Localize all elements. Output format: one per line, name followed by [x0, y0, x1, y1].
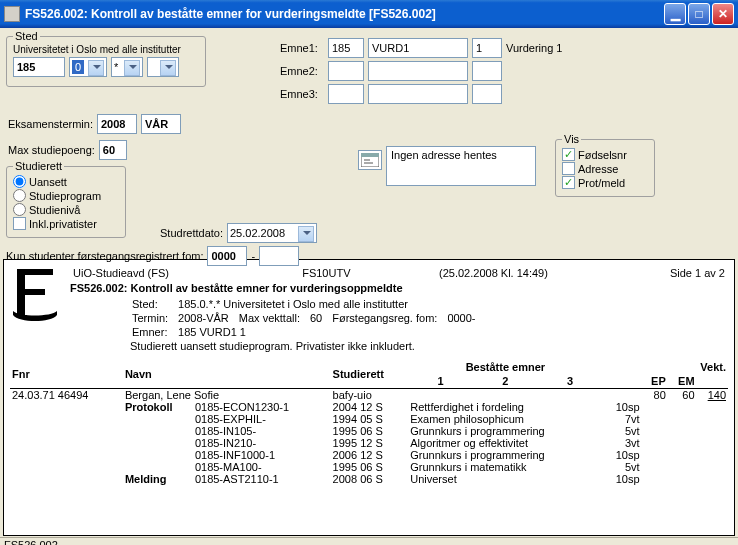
- sted-sub3-select[interactable]: [147, 57, 179, 77]
- sted-sub2-select[interactable]: *: [111, 57, 143, 77]
- maxpoeng-label: Max studiepoeng:: [8, 144, 95, 156]
- status-bar: FS526.002: [0, 537, 738, 545]
- col-bestatte: Beståtte emner: [408, 360, 602, 374]
- report-note: Studierett uansett studieprogram. Privat…: [130, 340, 728, 352]
- vis-legend: Vis: [562, 133, 581, 145]
- emne1-c-input[interactable]: [472, 38, 502, 58]
- report-meta: Sted:185.0.*.* Universitetet i Oslo med …: [130, 296, 486, 340]
- emne1-label: Emne1:: [280, 42, 324, 54]
- adresse-check[interactable]: Adresse: [562, 162, 648, 175]
- forstegang-label: Kun studenter førstegangsregistrert fom:: [6, 250, 203, 262]
- eksamenstermin-year-input[interactable]: [97, 114, 137, 134]
- col-vekt: Vekt.: [642, 360, 728, 374]
- sted-legend: Sted: [13, 30, 40, 42]
- studierett-fieldset: Studierett Uansett Studieprogram Studien…: [6, 160, 126, 238]
- emne1-a-input[interactable]: [328, 38, 364, 58]
- report-header-right: Side 1 av 2: [609, 266, 726, 280]
- vis-fieldset: Vis ✓Fødselsnr Adresse ✓Prot/meld: [555, 133, 655, 197]
- app-icon: [4, 6, 20, 22]
- report-title: FS526.002: Kontroll av beståtte emner fo…: [70, 282, 728, 294]
- emne2-a-input[interactable]: [328, 61, 364, 81]
- address-icon[interactable]: [358, 150, 382, 170]
- report-pane: UiO-Studieavd (FS) FS10UTV (25.02.2008 K…: [3, 259, 735, 536]
- table-row: 0185-IN210-1995 12 SAlgoritmer og effekt…: [10, 437, 728, 449]
- title-bar: FS526.002: Kontroll av beståtte emner fo…: [0, 0, 738, 28]
- table-row: Protokoll0185-ECON1230-12004 12 SRettfer…: [10, 401, 728, 413]
- address-text: Ingen adresse hentes: [391, 149, 497, 161]
- col-fnr: Fnr: [10, 360, 123, 389]
- forstegang-from-input[interactable]: [207, 246, 247, 266]
- table-row: 0185-MA100-1995 06 SGrunnkurs i matemati…: [10, 461, 728, 473]
- report-header-time: (25.02.2008 Kl. 14:49): [380, 266, 607, 280]
- studrettdato-label: Studrettdato:: [160, 227, 223, 239]
- minimize-button[interactable]: ▁: [664, 3, 686, 25]
- report-header-mid: FS10UTV: [275, 266, 378, 280]
- emne2-c-input[interactable]: [472, 61, 502, 81]
- eksamenstermin-label: Eksamenstermin:: [8, 118, 93, 130]
- close-button[interactable]: ✕: [712, 3, 734, 25]
- table-row: 0185-EXPHIL-1994 05 SExamen philosophicu…: [10, 413, 728, 425]
- svg-rect-1: [361, 153, 379, 157]
- emne3-label: Emne3:: [280, 88, 324, 100]
- inkl-privatister-check[interactable]: Inkl.privatister: [13, 217, 119, 230]
- protmeld-check[interactable]: ✓Prot/meld: [562, 176, 648, 189]
- col-studierett: Studierett: [331, 360, 409, 389]
- studrettdato-select[interactable]: 25.02.2008: [227, 223, 317, 243]
- emne3-c-input[interactable]: [472, 84, 502, 104]
- table-row: 0185-INF1000-12006 12 SGrunnkurs i progr…: [10, 449, 728, 461]
- studierett-legend: Studierett: [13, 160, 64, 172]
- sted-sub1-select[interactable]: 0: [69, 57, 107, 77]
- emne2-label: Emne2:: [280, 65, 324, 77]
- form-panel: Sted Universitetet i Oslo med alle insti…: [0, 28, 738, 258]
- report-header-left: UiO-Studieavd (FS): [72, 266, 273, 280]
- window-title: FS526.002: Kontroll av beståtte emner fo…: [25, 7, 664, 21]
- sted-fieldset: Sted Universitetet i Oslo med alle insti…: [6, 30, 206, 87]
- emne-group: Emne1: Vurdering 1 Emne2: Emne3:: [280, 38, 562, 107]
- emne1-b-input[interactable]: [368, 38, 468, 58]
- forstegang-to-input[interactable]: [259, 246, 299, 266]
- eksamenstermin-sem-input[interactable]: [141, 114, 181, 134]
- sted-code-input[interactable]: [13, 57, 65, 77]
- table-row: Melding0185-AST2110-12008 06 SUniverset1…: [10, 473, 728, 485]
- address-box: Ingen adresse hentes: [386, 146, 536, 186]
- fodselsnr-check[interactable]: ✓Fødselsnr: [562, 148, 648, 161]
- table-row: 0185-IN105-1995 06 SGrunnkurs i programm…: [10, 425, 728, 437]
- maxpoeng-input[interactable]: [99, 140, 127, 160]
- report-table: Fnr Navn Studierett Beståtte emner Vekt.…: [10, 360, 728, 485]
- sted-org: Universitetet i Oslo med alle institutte…: [13, 44, 199, 55]
- student-row: 24.03.71 46494 Bergan, Lene Sofie bafy-u…: [10, 389, 728, 402]
- maximize-button[interactable]: □: [688, 3, 710, 25]
- status-text: FS526.002: [4, 539, 58, 545]
- report-logo-icon: [10, 264, 60, 322]
- emne3-a-input[interactable]: [328, 84, 364, 104]
- studieniva-radio[interactable]: Studienivå: [13, 203, 119, 216]
- studieprogram-radio[interactable]: Studieprogram: [13, 189, 119, 202]
- uansett-radio[interactable]: Uansett: [13, 175, 119, 188]
- col-navn: Navn: [123, 360, 331, 389]
- emne2-b-input[interactable]: [368, 61, 468, 81]
- emne3-b-input[interactable]: [368, 84, 468, 104]
- emne1-tail: Vurdering 1: [506, 42, 562, 54]
